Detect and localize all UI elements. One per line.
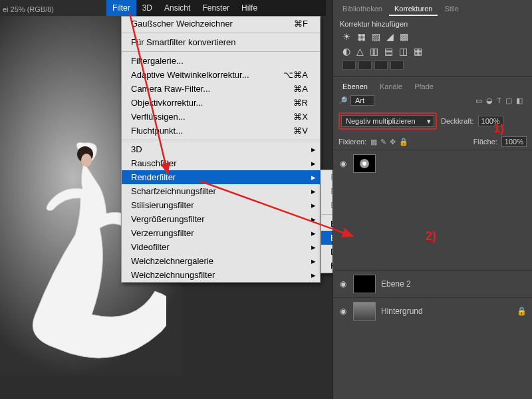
- visibility-icon[interactable]: ◉: [338, 307, 348, 316]
- filter-item-verfluessigen[interactable]: Verflüssigen...⌘X: [122, 110, 320, 124]
- layer-thumb-effect: [353, 154, 376, 173]
- filter-item-verzerrung[interactable]: Verzerrungsfilter: [122, 226, 320, 240]
- filter-item-render[interactable]: Renderfilter: [122, 170, 320, 184]
- right-panels: Bibliotheken Korrekturen Stile Korrektur…: [332, 0, 532, 399]
- deckkraft-label: Deckkraft:: [441, 117, 474, 125]
- filter-item-stil[interactable]: Stilisierungsfilter: [122, 198, 320, 212]
- filter-item-3d[interactable]: 3D: [122, 142, 320, 156]
- filter-item-gauss[interactable]: Gaußscher Weichzeichner⌘F: [122, 17, 320, 31]
- filter-item-vergroesserung[interactable]: Vergrößerungsfilter: [122, 212, 320, 226]
- lock-icon: 🔒: [517, 307, 527, 316]
- adjustment-icons-row3[interactable]: [333, 59, 532, 72]
- korrektur-hinzufuegen-label: Korrektur hinzufügen: [333, 16, 532, 29]
- layer-filter[interactable]: 🔎 Art: [338, 95, 374, 106]
- menu-hilfe[interactable]: Hilfe: [235, 0, 263, 16]
- layer-thumb-hintergrund: [353, 302, 376, 321]
- tab-bibliotheken[interactable]: Bibliotheken: [337, 3, 388, 16]
- layer-row-hintergrund[interactable]: ◉ Hintergrund 🔒: [333, 297, 532, 325]
- top-panel-tabs: Bibliotheken Korrekturen Stile: [333, 0, 532, 16]
- menu-filter[interactable]: Filter: [106, 0, 136, 16]
- layer-row-effect[interactable]: ◉: [333, 150, 532, 177]
- layer-name[interactable]: Ebene 2: [381, 279, 411, 289]
- menubar: Filter 3D Ansicht Fenster Hilfe: [106, 0, 326, 16]
- adjustment-icons-row2[interactable]: ◐△▥▤◫▦: [333, 44, 532, 59]
- flaeche-value[interactable]: 100%: [501, 136, 527, 147]
- tab-korrekturen[interactable]: Korrekturen: [389, 3, 438, 16]
- filter-item-video[interactable]: Videofilter: [122, 240, 320, 254]
- tab-stile[interactable]: Stile: [439, 3, 464, 16]
- filter-item-objektiv[interactable]: Objektivkorrektur...⌘R: [122, 96, 320, 110]
- annotation-highlight-1: Negativ multiplizieren: [338, 112, 437, 130]
- blend-mode-select[interactable]: Negativ multiplizieren: [341, 115, 434, 127]
- menu-fenster[interactable]: Fenster: [196, 0, 235, 16]
- filter-item-fluchtpunkt[interactable]: Fluchtpunkt...⌘V: [122, 124, 320, 138]
- deckkraft-value[interactable]: 100%: [478, 116, 503, 126]
- filter-item-weitwinkel[interactable]: Adaptive Weitwinkelkorrektur...⌥⌘A: [122, 68, 320, 82]
- menu-3d[interactable]: 3D: [136, 0, 158, 16]
- filter-item-cameraraw[interactable]: Camera Raw-Filter...⌘A: [122, 82, 320, 96]
- tab-ebenen[interactable]: Ebenen: [337, 80, 373, 92]
- layer-filter-icons[interactable]: ▭◒T▢◧: [475, 96, 527, 105]
- filter-item-weichgalerie[interactable]: Weichzeichnergalerie: [122, 254, 320, 268]
- menu-ansicht[interactable]: Ansicht: [158, 0, 196, 16]
- layer-row-ebene2[interactable]: ◉ Ebene 2: [333, 270, 532, 297]
- tab-kanaele[interactable]: Kanäle: [374, 80, 408, 92]
- layers-panel-tabs: Ebenen Kanäle Pfade: [333, 76, 532, 92]
- tab-pfade[interactable]: Pfade: [409, 80, 439, 92]
- filter-item-rausch[interactable]: Rauschfilter: [122, 156, 320, 170]
- filter-item-weichfilter[interactable]: Weichzeichnungsfilter: [122, 268, 320, 282]
- filter-dropdown: Gaußscher Weichzeichner⌘F Für Smartfilte…: [121, 16, 321, 283]
- lock-icons[interactable]: ▩✎✥🔒: [370, 138, 412, 146]
- layer-filter-select[interactable]: Art: [350, 95, 374, 106]
- search-icon: 🔎: [338, 96, 348, 105]
- filter-item-galerie[interactable]: Filtergalerie...: [122, 54, 320, 68]
- svg-point-3: [362, 162, 366, 166]
- document-label: ei 25% (RGB/8): [3, 5, 54, 13]
- visibility-icon[interactable]: ◉: [338, 279, 348, 289]
- filter-item-scharf[interactable]: Scharfzeichnungsfilter: [122, 184, 320, 198]
- svg-point-1: [81, 154, 92, 167]
- adjustment-icons-row1[interactable]: ☀▦▨◢▩: [333, 29, 532, 44]
- flaeche-label: Fläche:: [473, 138, 497, 146]
- filter-item-smartfilter[interactable]: Für Smartfilter konvertieren: [122, 35, 320, 49]
- layer-name[interactable]: Hintergrund: [381, 307, 423, 316]
- visibility-icon[interactable]: ◉: [338, 159, 348, 168]
- fixieren-label: Fixieren:: [338, 138, 366, 146]
- layer-thumb-ebene2: [353, 275, 376, 293]
